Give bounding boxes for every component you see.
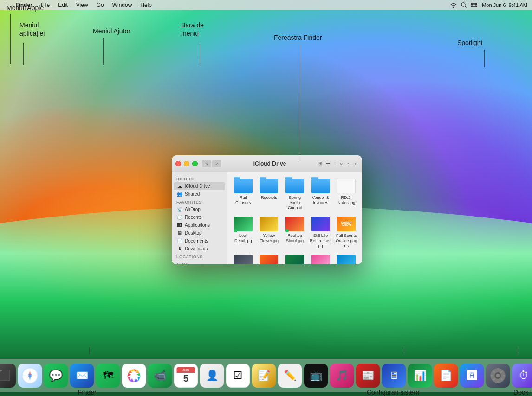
finder-toolbar: ⊞ ☰ ↑ ○ ⋯ ⌕: [318, 160, 358, 167]
dock-item-news[interactable]: 📰: [356, 364, 380, 388]
file-item-spring-youth[interactable]: Spring Youth Council: [283, 176, 307, 212]
dock-item-notes[interactable]: 📝: [252, 364, 276, 388]
file-item-fall-scents[interactable]: SUMMERSCENTS Fall Scents Outline.pages: [334, 214, 358, 250]
finder-titlebar: < > iCloud Drive ⊞ ☰ ↑ ○ ⋯ ⌕: [172, 155, 362, 172]
sidebar-item-airdrop[interactable]: 📡 AirDrop: [172, 205, 227, 213]
file-item-yellow-flower[interactable]: Yellow Flower.jpg: [257, 214, 281, 250]
menubar-file[interactable]: File: [40, 2, 51, 8]
menubar-help[interactable]: Help: [139, 2, 153, 8]
file-name: Still Life Reference.jpg: [310, 233, 332, 248]
sidebar-desktop-label: Desktop: [185, 230, 202, 236]
dock-item-pages[interactable]: 📄: [434, 364, 458, 388]
file-item-rd-notes[interactable]: RD.2-Notes.jpg: [334, 176, 358, 212]
file-item-pink[interactable]: Pink.jpeg: [309, 252, 333, 264]
file-item-title-cover[interactable]: Title Cover.jpg: [231, 252, 255, 264]
file-item-skater[interactable]: Skater.jpeg: [334, 252, 358, 264]
svg-rect-5: [474, 6, 477, 8]
airdrop-icon: 📡: [176, 207, 183, 212]
finder-content: Rail Chasers Receipts Spring Youth Counc…: [227, 172, 362, 264]
tags-section-label: Tags: [172, 260, 227, 264]
search-icon[interactable]: ⌕: [354, 160, 358, 167]
recents-icon: 🕒: [176, 215, 183, 220]
file-name: Vendor & Invoices: [310, 195, 332, 205]
tag-icon[interactable]: ○: [339, 160, 344, 167]
line-spotlight: [484, 50, 485, 67]
forward-button[interactable]: >: [212, 160, 221, 167]
apple-menu-button[interactable]: : [4, 1, 8, 9]
sidebar-item-desktop[interactable]: 🖥 Desktop: [172, 229, 227, 237]
favorites-section-label: Favorites: [172, 198, 227, 205]
minimize-button[interactable]: [184, 161, 189, 166]
file-item-leaf[interactable]: Leaf Detail.jpg: [231, 214, 255, 250]
share-icon[interactable]: ↑: [333, 160, 337, 167]
sidebar-downloads-label: Downloads: [185, 246, 208, 251]
dock-item-appstore[interactable]: 🅰: [460, 364, 484, 388]
file-item-still-life[interactable]: Still Life Reference.jpg: [309, 214, 333, 250]
dock-item-launchpad[interactable]: ⬛: [0, 364, 16, 388]
sidebar-item-documents[interactable]: 📄 Documents: [172, 237, 227, 245]
svg-rect-4: [471, 6, 474, 8]
more-icon[interactable]: ⋯: [345, 160, 352, 167]
dock-item-music[interactable]: 🎵: [330, 364, 354, 388]
sidebar-item-recents[interactable]: 🕒 Recents: [172, 213, 227, 221]
sidebar-icloud-drive-label: iCloud Drive: [185, 184, 210, 189]
file-item-rooftop[interactable]: Rooftop Shoot.jpg: [283, 214, 307, 250]
finder-window-title: iCloud Drive: [222, 160, 318, 167]
dock-item-appletv[interactable]: 📺: [304, 364, 328, 388]
back-button[interactable]: <: [202, 160, 211, 167]
dock-item-mail[interactable]: ✉️: [70, 364, 94, 388]
menubar-view[interactable]: View: [75, 2, 89, 8]
line-settings-bottom: [404, 347, 404, 354]
sidebar-airdrop-label: AirDrop: [185, 207, 201, 212]
dock-item-contacts[interactable]: 👤: [200, 364, 224, 388]
dock-item-screentime[interactable]: ⏱: [512, 364, 532, 388]
file-item-mexico[interactable]: Mexico City.jpeg: [257, 252, 281, 264]
dock-item-reminders[interactable]: ☑: [226, 364, 250, 388]
dock-item-messages[interactable]: 💬: [44, 364, 68, 388]
dock: ⬛ 💬 ✉️ 🗺 📹 JUN 5 👤 ☑ 📝 ✏️: [0, 359, 532, 392]
downloads-icon: ⬇: [176, 246, 183, 251]
dock-item-numbers[interactable]: 📊: [408, 364, 432, 388]
sidebar-item-icloud-drive[interactable]: ☁ iCloud Drive: [174, 182, 225, 190]
file-name: Leaf Detail.jpg: [232, 233, 254, 243]
view-icon[interactable]: ⊞: [318, 160, 323, 167]
sidebar-applications-label: Applications: [185, 223, 210, 228]
menubar-finder[interactable]: Finder: [14, 2, 33, 8]
sidebar-item-downloads[interactable]: ⬇ Downloads: [172, 245, 227, 253]
dock-item-safari[interactable]: [18, 364, 42, 388]
control-center-icon[interactable]: [471, 2, 477, 8]
file-item-receipts[interactable]: Receipts: [257, 176, 281, 212]
maximize-button[interactable]: [192, 161, 198, 166]
dock-item-freeform[interactable]: ✏️: [278, 364, 302, 388]
desktop-icon: 🖥: [176, 230, 183, 236]
svg-rect-22: [497, 381, 499, 383]
file-name: Yellow Flower.jpg: [258, 233, 280, 243]
dock-item-keynote[interactable]: 🖥: [382, 364, 406, 388]
sidebar-item-shared[interactable]: 👥 Shared: [172, 190, 227, 198]
sidebar-recents-label: Recents: [185, 215, 202, 220]
menubar-go[interactable]: Go: [96, 2, 105, 8]
wifi-icon[interactable]: [450, 2, 457, 8]
spotlight-icon[interactable]: [461, 2, 467, 8]
list-view-icon[interactable]: ☰: [325, 160, 331, 167]
dock-item-system-settings[interactable]: [486, 364, 510, 388]
svg-point-20: [496, 374, 500, 377]
sidebar-shared-label: Shared: [185, 192, 200, 197]
dock-item-facetime[interactable]: 📹: [148, 364, 172, 388]
file-item-lone-pine[interactable]: Lone Pine.jpeg: [283, 252, 307, 264]
close-button[interactable]: [175, 161, 181, 166]
locations-section-label: Locations: [172, 253, 227, 260]
dock-item-photos[interactable]: [122, 364, 146, 388]
file-item-rail-chasers[interactable]: Rail Chasers: [231, 176, 255, 212]
line-finder-window: [300, 45, 300, 160]
file-name: Spring Youth Council: [284, 195, 306, 210]
file-item-vendor[interactable]: Vendor & Invoices: [309, 176, 333, 212]
sidebar-item-applications[interactable]: 🅰 Applications: [172, 221, 227, 229]
dock-item-maps[interactable]: 🗺: [96, 364, 120, 388]
menubar-edit[interactable]: Edit: [57, 2, 69, 8]
menubar-window[interactable]: Window: [111, 2, 133, 8]
traffic-lights: [175, 161, 198, 166]
line-finder-bottom: [89, 347, 90, 354]
menubar-time: Mon Jun 6 9:41 AM: [481, 2, 528, 8]
dock-item-calendar[interactable]: JUN 5: [174, 364, 198, 388]
